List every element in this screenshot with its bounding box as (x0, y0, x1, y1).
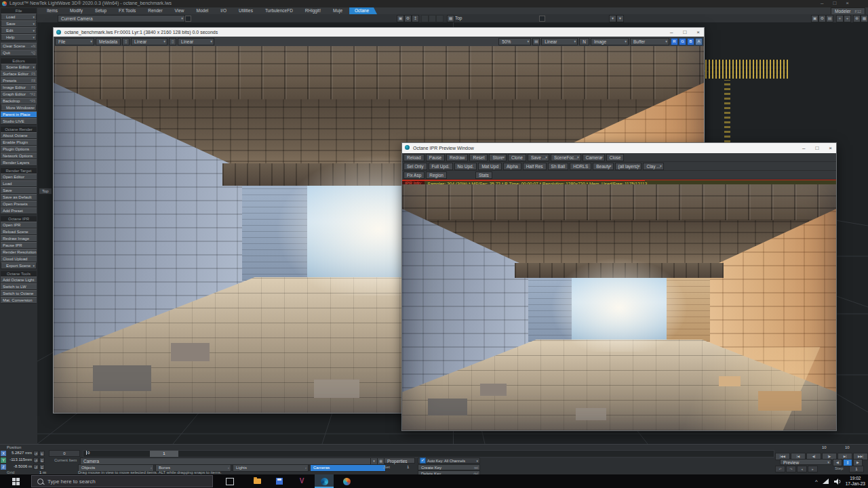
sidebar-entry[interactable]: Mat. Conversion (1, 297, 37, 304)
sidebar-entry[interactable]: Octane IPR (1, 216, 37, 222)
reset-icon[interactable]: ↺ (33, 458, 39, 463)
menu-tab[interactable]: Muje (328, 7, 348, 14)
ipr-button[interactable]: HDRLS (570, 163, 591, 170)
gear-icon[interactable]: ⚙ (818, 15, 826, 22)
step-field[interactable]: 1 (849, 466, 864, 472)
app-button-v[interactable]: V (292, 474, 311, 488)
menu-tab[interactable]: FX Tools (113, 7, 141, 14)
file-explorer-button[interactable] (248, 474, 267, 488)
sidebar-entry[interactable]: Load (1, 180, 37, 187)
menu-tab[interactable]: TurbulenceFD (260, 7, 298, 14)
ipr-button[interactable]: Close (606, 154, 625, 161)
chevron-down-icon[interactable]: ▾ (476, 459, 478, 463)
axis-value-field[interactable]: -8.5006 m (7, 464, 32, 468)
sidebar-entry[interactable]: File (1, 8, 37, 14)
sidebar-entry[interactable]: Edit (1, 27, 37, 34)
channel-toggle[interactable]: G (679, 38, 686, 45)
menu-tab[interactable]: RHiggit! (300, 7, 326, 14)
reset-icon[interactable]: ↺ (33, 464, 39, 470)
colorspace-select-1[interactable]: Linear (131, 38, 167, 45)
target-icon[interactable]: ⌖ (836, 15, 844, 22)
sidebar-entry[interactable]: Backdrop ^F5 (1, 98, 37, 104)
sidebar-entry[interactable]: Editors (1, 58, 37, 64)
chevron-down-icon[interactable]: ▾ (616, 15, 624, 22)
axis-value-field[interactable]: -113.115mm (7, 458, 32, 462)
menu-tab[interactable]: Setup (90, 7, 112, 14)
ipr-button[interactable]: Beauty (593, 163, 613, 170)
create-key-button[interactable]: Create Keyret (418, 464, 480, 470)
buffer-select[interactable]: Buffer (630, 38, 669, 45)
properties-button[interactable]: Properties (384, 458, 415, 464)
channel-toggle[interactable]: R (671, 38, 678, 45)
sidebar-entry[interactable]: Surface Editor F5 (1, 70, 37, 77)
menu-tab[interactable]: I/O (215, 7, 232, 14)
ipr-button[interactable]: Fix Asp (403, 171, 425, 179)
play-reverse-button[interactable]: ◀ (833, 459, 842, 466)
pane-icon[interactable]: ▦ (861, 15, 868, 22)
preview-select[interactable]: Preview (780, 459, 831, 465)
menu-tab[interactable]: Render (142, 7, 167, 14)
playhead[interactable]: 0 (86, 451, 90, 455)
ipr-button[interactable]: Store (489, 154, 507, 161)
page-icon[interactable]: ▯ (122, 38, 130, 45)
sidebar-entry[interactable]: Save as Default (1, 194, 37, 201)
sidebar-entry[interactable]: Redraw Image (1, 235, 37, 242)
ipr-button[interactable]: Redraw (446, 154, 468, 161)
sidebar-entry[interactable]: Scene Editor (1, 64, 37, 70)
file-menu[interactable]: File (55, 38, 94, 45)
colorspace-select-2[interactable]: Linear (178, 38, 214, 45)
ipr-button[interactable]: Pause (426, 154, 445, 161)
ipr-button[interactable]: SceneFoc... (551, 154, 581, 161)
menu-tab[interactable]: Model (191, 7, 214, 14)
sidebar-entry[interactable]: Render Resolution (1, 249, 37, 256)
step-button[interactable]: ◂ (797, 466, 807, 472)
metadata-button[interactable]: Metadata (96, 38, 121, 45)
network-icon[interactable] (823, 479, 829, 485)
first-frame-field[interactable]: 0 (49, 450, 80, 457)
sidebar-entry[interactable]: Render Layers (1, 159, 37, 166)
sidebar-entry[interactable]: Help (1, 34, 37, 41)
envelope-button[interactable]: E (39, 451, 45, 456)
channel-toggle[interactable]: B (687, 38, 694, 45)
image-select[interactable]: Image (591, 38, 629, 45)
ipr-button[interactable]: Clone (508, 154, 526, 161)
envelope-button[interactable]: E (39, 458, 45, 463)
envelope-button[interactable]: E (39, 464, 45, 470)
grid-icon[interactable]: ▦ (447, 15, 454, 22)
sidebar-entry[interactable]: Switch to Octane (1, 290, 37, 297)
sidebar-entry[interactable]: Network Options (1, 152, 37, 159)
sidebar-entry[interactable]: Load (1, 14, 37, 20)
ipr-button[interactable]: Mat Upd (478, 163, 502, 170)
ipr-button[interactable]: Camera (583, 154, 605, 161)
start-button[interactable] (0, 474, 31, 488)
clock[interactable]: 19:02 17-Jan-23 (846, 476, 865, 487)
ipr-button[interactable]: Alpha (503, 163, 521, 170)
display-colorspace-select[interactable]: Linear (541, 38, 578, 45)
sidebar-entry[interactable]: Parent in Place (1, 111, 37, 118)
item-type-button[interactable]: Lights (233, 464, 309, 472)
ipr-titlebar[interactable]: Octane IPR Preview Window – □ × (402, 143, 836, 153)
sidebar-entry[interactable]: Export Scene (1, 262, 37, 269)
frame-slider-handle[interactable]: 1 (150, 451, 178, 457)
step-button[interactable]: ▸ (808, 466, 818, 472)
sidebar-entry[interactable]: Open IPR (1, 222, 37, 228)
sidebar-entry[interactable]: Plugin Options (1, 146, 37, 152)
sidebar-entry[interactable]: Presets F8 (1, 77, 37, 84)
ipr-button[interactable]: Sh Ball (548, 163, 569, 170)
task-view-button[interactable] (220, 474, 239, 488)
minimize-button[interactable]: – (821, 0, 823, 6)
step-button[interactable]: ↷ (786, 466, 796, 472)
ipr-button[interactable]: Clay ... (643, 163, 663, 170)
menu-tab[interactable]: View (170, 7, 190, 14)
page-icon[interactable]: ▯ (169, 38, 176, 45)
monitor-icon[interactable]: ▤ (532, 38, 540, 45)
viewport-view-label[interactable]: Top (39, 188, 52, 195)
app-button-lightwave[interactable] (337, 474, 356, 488)
speaker-icon[interactable] (834, 479, 841, 485)
tray-expand-icon[interactable]: ^ (815, 479, 818, 485)
sidebar-entry[interactable]: Cloud Upload (1, 256, 37, 262)
sidebar-entry[interactable]: Clear Scene +N (1, 43, 37, 49)
sidebar-entry[interactable]: Switch to LW (1, 283, 37, 290)
sidebar-entry[interactable]: Pause IPR (1, 242, 37, 249)
printer-icon[interactable]: ▤ (826, 15, 833, 22)
